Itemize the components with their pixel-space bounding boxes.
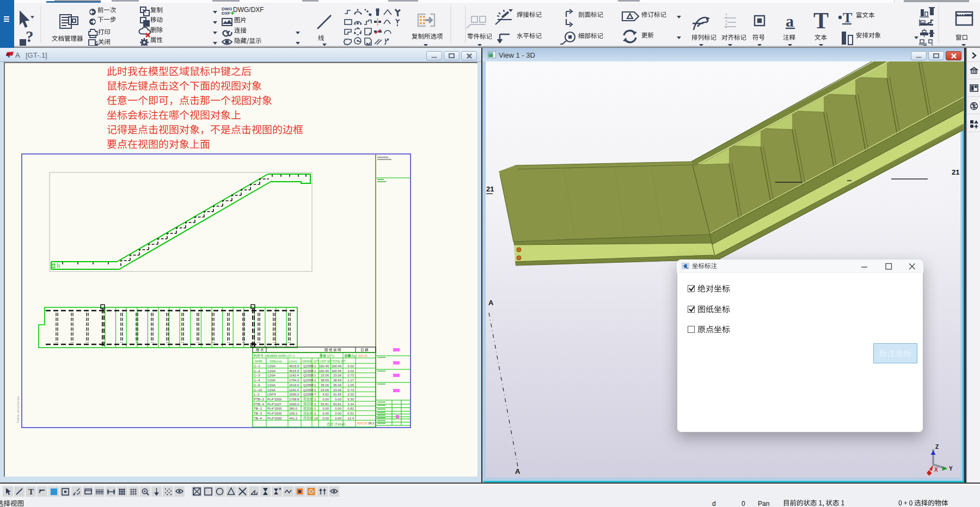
svg-text:PTB--4: PTB--4	[254, 403, 265, 406]
svg-text:5.30: 5.30	[347, 398, 354, 401]
svg-text:0.00: 0.00	[322, 398, 329, 401]
svg-text:Q235B: Q235B	[303, 364, 314, 368]
svg-text:C--2: C--2	[254, 369, 260, 373]
svg-text:38.69: 38.69	[333, 379, 342, 382]
svg-text:C20A: C20A	[267, 379, 275, 382]
svg-text:0.00: 0.00	[335, 398, 341, 401]
svg-text:1: 1	[314, 379, 316, 382]
svg-text:1: 1	[314, 364, 316, 368]
svg-text:PL4*1500: PL4*1500	[267, 398, 282, 401]
svg-text:C20A: C20A	[267, 388, 275, 392]
svg-text:PL4*1500: PL4*1500	[267, 412, 282, 415]
svg-text:13: 13	[314, 417, 318, 420]
svg-text:23.06: 23.06	[333, 374, 342, 377]
svg-text:1.17: 1.17	[347, 379, 354, 382]
svg-text:165.2: 165.2	[289, 412, 298, 415]
svg-text:C20A: C20A	[267, 384, 275, 387]
svg-text:1: 1	[314, 388, 316, 392]
svg-text:L50*4: L50*4	[267, 393, 276, 396]
svg-text:MARK: MARK	[255, 360, 263, 363]
svg-text:C20A: C20A	[267, 364, 275, 368]
svg-text:23.06: 23.06	[333, 388, 342, 392]
svg-text:TB--2: TB--2	[254, 407, 262, 410]
svg-text:23.06: 23.06	[321, 388, 329, 392]
svg-text:GRADE: GRADE	[302, 360, 312, 363]
svg-text:L(mm): L(mm)	[289, 360, 297, 363]
svg-text:38.2: 38.2	[368, 422, 375, 425]
svg-text:Z: Z	[935, 444, 939, 450]
svg-text:4615.5: 4615.5	[289, 364, 299, 368]
svg-text:UNIT WT: UNIT WT	[320, 360, 332, 363]
svg-text:4615.5: 4615.5	[289, 369, 299, 373]
svg-text:1.06: 1.06	[347, 384, 354, 387]
svg-text:2.02: 2.02	[347, 393, 354, 396]
svg-text:1: 1	[314, 412, 316, 415]
svg-text:QTY: QTY	[314, 360, 320, 363]
svg-text:53.81: 53.81	[321, 403, 329, 406]
svg-text:100.46: 100.46	[332, 369, 342, 373]
svg-text:1500.0: 1500.0	[289, 403, 299, 406]
svg-text:Y: Y	[949, 466, 953, 472]
svg-text:PL4*1500: PL4*1500	[267, 417, 282, 420]
svg-text:TB--4: TB--4	[254, 417, 262, 420]
svg-text:C--10: C--10	[254, 388, 262, 392]
svg-text:PL4*1500: PL4*1500	[267, 407, 282, 410]
svg-text:0.51: 0.51	[347, 412, 354, 415]
svg-text:1: 1	[314, 369, 316, 373]
svg-text:Q235B: Q235B	[303, 393, 314, 396]
svg-text:1768.8: 1768.8	[289, 398, 299, 401]
svg-text:1: 1	[314, 407, 316, 410]
svg-text:(QTY):: (QTY):	[327, 354, 335, 357]
svg-text:441.2: 441.2	[289, 417, 298, 420]
svg-text:C20A: C20A	[267, 374, 275, 377]
svg-text:12.4: 12.4	[347, 417, 354, 420]
svg-text:53.81: 53.81	[333, 403, 342, 406]
svg-text:7: 7	[314, 393, 316, 396]
svg-text:3.02: 3.02	[347, 369, 354, 373]
svg-text:TOTAL WT: TOTAL WT	[332, 360, 346, 363]
svg-text:1: 1	[314, 384, 316, 387]
svg-text:T: T	[843, 10, 852, 26]
svg-text:PTB--2: PTB--2	[254, 398, 265, 401]
svg-text:0.00: 0.00	[322, 417, 329, 420]
svg-text:C20A: C20A	[267, 369, 275, 373]
svg-text:280.0: 280.0	[289, 407, 298, 410]
svg-text:PL4*1107: PL4*1107	[267, 403, 282, 406]
svg-text:X: X	[934, 467, 938, 473]
svg-text:1142.4: 1142.4	[289, 374, 299, 377]
svg-text:Q235B: Q235B	[303, 374, 314, 377]
svg-text:1142.4: 1142.4	[289, 388, 299, 392]
svg-text:SIZE(mm): SIZE(mm)	[270, 360, 282, 363]
svg-text:T: T	[813, 8, 829, 33]
svg-text:1: 1	[314, 398, 316, 401]
svg-text:C--3: C--3	[254, 374, 260, 377]
svg-text:4.52: 4.52	[322, 393, 329, 396]
svg-text:0.73: 0.73	[347, 388, 354, 392]
svg-text:0.00: 0.00	[335, 407, 341, 410]
svg-text:0.00: 0.00	[335, 417, 341, 420]
svg-text:C--1: C--1	[254, 364, 260, 368]
svg-text:0.73: 0.73	[347, 374, 354, 377]
svg-text:TB--3: TB--3	[254, 412, 262, 415]
svg-text:0.00: 0.00	[322, 412, 329, 415]
svg-text:100.46: 100.46	[319, 369, 329, 373]
svg-text:(MEMBER MARK):GT--1: (MEMBER MARK):GT--1	[265, 354, 295, 357]
svg-text:3.02: 3.02	[347, 364, 354, 368]
svg-text:35.06: 35.06	[333, 384, 342, 387]
svg-text:T: T	[28, 487, 34, 496]
svg-text:0.00: 0.00	[322, 407, 329, 410]
svg-text:1: 1	[314, 374, 316, 377]
svg-text:1500.0: 1500.0	[289, 393, 299, 396]
svg-text:35.06: 35.06	[321, 384, 329, 387]
svg-text:0.00: 0.00	[335, 412, 341, 415]
svg-text:806.25: 806.25	[357, 422, 367, 425]
svg-text:C--6: C--6	[254, 384, 260, 387]
svg-text:Q235B: Q235B	[303, 369, 314, 373]
svg-text:100.46: 100.46	[332, 364, 342, 368]
svg-text:L--1: L--1	[254, 393, 260, 396]
svg-text:3.34: 3.34	[347, 403, 354, 406]
svg-text:0.82: 0.82	[347, 407, 354, 410]
svg-text:1: 1	[314, 403, 316, 406]
svg-text:1764.0: 1764.0	[289, 379, 299, 382]
svg-text:Q235B: Q235B	[303, 388, 314, 392]
